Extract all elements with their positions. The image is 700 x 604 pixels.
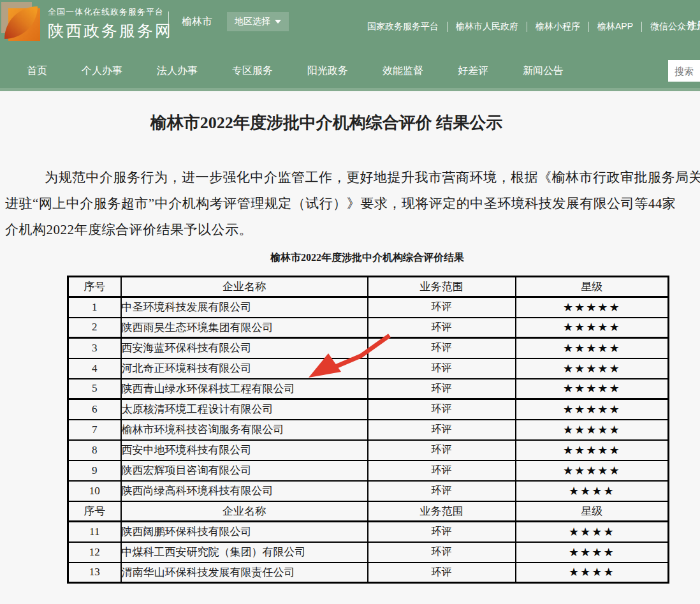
search-input[interactable] [668,60,700,82]
cell-company-name: 中圣环境科技发展有限公司 [121,297,368,318]
column-header: 业务范围 [368,501,516,522]
top-link-divider [527,22,527,32]
nav-item[interactable]: 好差评 [458,64,488,78]
column-header: 星级 [516,277,669,297]
site-logo-icon [1,2,41,41]
top-link[interactable]: 国家政务服务平台 [367,21,439,33]
nav-item[interactable]: 阳光政务 [307,64,348,78]
cell-company-name: 榆林市环境科技咨询服务有限公司 [121,420,368,440]
cell-company-name: 太原核清环境工程设计有限公司 [121,399,368,420]
table-row: 10陕西尚绿高科环境科技有限公司环评★★★★ [68,481,669,501]
table-row: 12中煤科工西安研究院（集团）有限公司环评★★★★ [68,542,669,563]
header-divider [168,11,169,31]
cell-serial-number: 10 [68,481,121,501]
table-row: 4河北奇正环境科技有限公司环评★★★★★ [68,358,669,379]
cell-serial-number: 9 [68,460,121,481]
cell-star-rating: ★★★★★ [516,338,669,358]
table-row: 5陕西青山绿水环保科技工程有限公司环评★★★★★ [68,379,669,399]
nav-item[interactable]: 个人办事 [82,64,122,78]
top-link[interactable]: 榆林小程序 [536,21,580,33]
nav-item[interactable]: 新闻公告 [523,64,564,78]
cell-company-name: 陕西阔鹏环保科技有限公司 [121,522,368,542]
cell-business-scope: 环评 [368,440,516,460]
cell-business-scope: 环评 [368,338,516,358]
column-header: 序号 [68,501,121,522]
cell-company-name: 中煤科工西安研究院（集团）有限公司 [121,542,368,563]
cell-company-name: 陕西雨昊生态环境集团有限公司 [121,318,368,338]
top-link[interactable]: 榆林APP [597,21,633,33]
cell-company-name: 陕西尚绿高科环境科技有限公司 [121,481,368,501]
cell-star-rating: ★★★★★ [516,440,669,460]
region-selector-label: 地区选择 [235,16,270,27]
table-row: 3西安海蓝环保科技有限公司环评★★★★★ [68,338,669,358]
cell-star-rating: ★★★★★ [516,399,669,420]
region-selector-button[interactable]: 地区选择 [227,12,289,31]
table-row: 9陕西宏辉项目咨询有限公司环评★★★★★ [68,460,669,481]
cell-business-scope: 环评 [368,318,516,338]
main-nav: 首页个人办事法人办事专区服务阳光政务效能监督好差评新闻公告 [0,54,700,88]
paragraph-line: 进驻“网上中介服务超市”中介机构考评管理规定（试行）》要求，现将评定的中圣环境科… [0,191,700,217]
cell-star-rating: ★★★★★ [516,297,669,318]
current-city-label: 榆林市 [182,15,212,29]
cell-serial-number: 8 [68,440,121,460]
top-link[interactable]: 榆林市人民政府 [456,21,518,33]
cell-company-name: 陕西青山绿水环保科技工程有限公司 [121,379,368,399]
cell-star-rating: ★★★★ [516,481,669,501]
top-link-divider [641,22,642,32]
cell-serial-number: 2 [68,318,121,338]
paragraph-line: 为规范中介服务行为，进一步强化中介监管工作，更好地提升我市营商环境，根据《榆林市… [0,165,700,191]
column-header: 星级 [516,501,669,522]
top-links: 国家政务服务平台榆林市人民政府榆林小程序榆林APP微信公众号 [367,0,695,54]
cell-company-name: 河北奇正环境科技有限公司 [121,358,368,379]
table-row: 2陕西雨昊生态环境集团有限公司环评★★★★★ [68,318,669,338]
results-table-body: 序号企业名称业务范围星级1中圣环境科技发展有限公司环评★★★★★2陕西雨昊生态环… [68,277,669,583]
table-header-row: 序号企业名称业务范围星级 [68,501,669,522]
table-row: 1中圣环境科技发展有限公司环评★★★★★ [68,297,669,318]
cell-business-scope: 环评 [368,481,516,501]
cell-business-scope: 环评 [368,563,516,583]
cell-star-rating: ★★★★★ [516,379,669,399]
cell-business-scope: 环评 [368,460,516,481]
register-link[interactable]: 注册 [687,20,700,32]
cell-serial-number: 7 [68,420,121,440]
cell-business-scope: 环评 [368,399,516,420]
cell-serial-number: 4 [68,358,121,379]
column-header: 序号 [68,277,121,297]
cell-company-name: 西安海蓝环保科技有限公司 [121,338,368,358]
cell-star-rating: ★★★★ [516,542,669,563]
nav-items: 首页个人办事法人办事专区服务阳光政务效能监督好差评新闻公告 [27,54,564,88]
cell-star-rating: ★★★★★ [516,460,669,481]
top-link-divider [588,22,589,32]
cell-business-scope: 环评 [368,358,516,379]
nav-item[interactable]: 法人办事 [157,64,198,78]
nav-item[interactable]: 效能监督 [383,64,423,78]
table-row: 11陕西阔鹏环保科技有限公司环评★★★★ [68,522,669,542]
nav-item[interactable]: 首页 [27,64,47,78]
cell-star-rating: ★★★★★ [516,318,669,338]
cell-serial-number: 13 [68,563,121,583]
cell-company-name: 渭南华山环保科技发展有限责任公司 [121,563,368,583]
platform-name: 全国一体化在线政务服务平台 [48,6,173,18]
table-row: 6太原核清环境工程设计有限公司环评★★★★★ [68,399,669,420]
browser-viewport: 全国一体化在线政务服务平台 陕西政务服务网 榆林市 地区选择 国家政务服务平台榆… [0,0,700,604]
nav-item[interactable]: 专区服务 [232,64,273,78]
cell-business-scope: 环评 [368,420,516,440]
cell-star-rating: ★★★★★ [516,420,669,440]
cell-business-scope: 环评 [368,379,516,399]
paragraph-line: 介机构2022年度综合评价结果予以公示。 [0,217,700,243]
cell-serial-number: 11 [68,522,121,542]
site-header: 全国一体化在线政务服务平台 陕西政务服务网 榆林市 地区选择 国家政务服务平台榆… [0,0,700,54]
cell-business-scope: 环评 [368,542,516,563]
column-header: 企业名称 [121,501,368,522]
table-caption: 榆林市2022年度涉批中介机构综合评价结果 [67,251,667,265]
chevron-down-icon [275,20,281,24]
cell-star-rating: ★★★★ [516,522,669,542]
notice-paragraph: 为规范中介服务行为，进一步强化中介监管工作，更好地提升我市营商环境，根据《榆林市… [0,165,700,243]
cell-serial-number: 3 [68,338,121,358]
results-table: 序号企业名称业务范围星级1中圣环境科技发展有限公司环评★★★★★2陕西雨昊生态环… [67,276,669,584]
column-header: 业务范围 [368,277,516,297]
page-title: 榆林市2022年度涉批中介机构综合评价 结果公示 [0,113,653,133]
top-link-divider [447,22,448,32]
cell-company-name: 西安中地环境科技有限公司 [121,440,368,460]
cell-business-scope: 环评 [368,522,516,542]
